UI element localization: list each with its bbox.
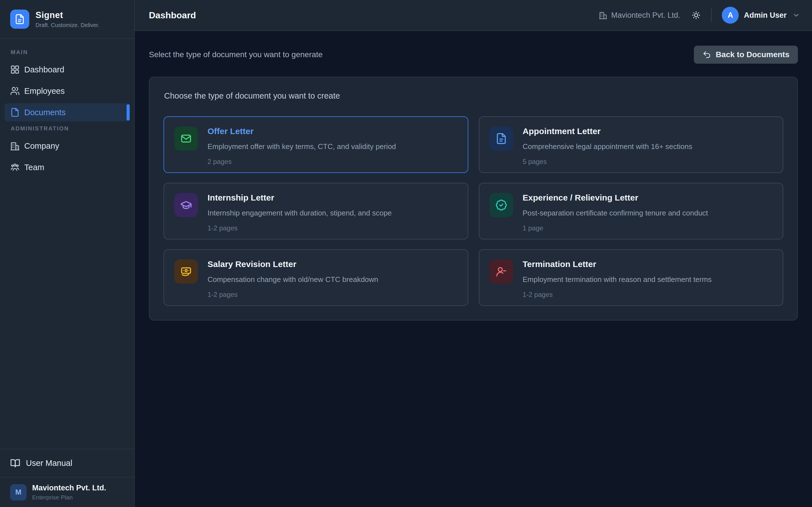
document-type-grid: Offer Letter Employment offer with key t… xyxy=(163,116,783,306)
card-title: Salary Revision Letter xyxy=(207,260,378,269)
banknote-icon xyxy=(174,260,198,284)
users-icon xyxy=(10,86,20,96)
sidebar-item-dashboard[interactable]: Dashboard xyxy=(4,61,130,78)
card-experience-relieving-letter[interactable]: Experience / Relieving Letter Post-separ… xyxy=(479,183,783,239)
header-org-name: Maviontech Pvt. Ltd. xyxy=(611,11,680,20)
signet-logo-icon xyxy=(10,10,29,29)
page-subtitle: Select the type of document you want to … xyxy=(149,50,322,59)
card-offer-letter[interactable]: Offer Letter Employment offer with key t… xyxy=(163,116,468,173)
card-appointment-letter[interactable]: Appointment Letter Comprehensive legal a… xyxy=(479,116,783,173)
app-tagline: Draft. Customize. Deliver. xyxy=(36,22,100,29)
card-title: Appointment Letter xyxy=(523,126,693,136)
sidebar: Signet Draft. Customize. Deliver. MAIN D… xyxy=(0,0,135,507)
user-manual-link[interactable]: User Manual xyxy=(0,449,134,477)
sidebar-item-label: Documents xyxy=(24,108,66,117)
card-title: Termination Letter xyxy=(523,260,712,269)
sidebar-item-label: Company xyxy=(24,142,59,151)
building-icon xyxy=(599,11,607,19)
header-divider xyxy=(711,8,712,22)
header-org: Maviontech Pvt. Ltd. xyxy=(599,11,680,20)
sun-icon xyxy=(691,10,701,20)
card-pages: 1 page xyxy=(523,224,708,232)
undo-arrow-icon xyxy=(702,50,711,59)
back-button-label: Back to Documents xyxy=(716,50,790,59)
card-description: Internship engagement with duration, sti… xyxy=(207,209,392,217)
chevron-down-icon xyxy=(792,11,800,19)
content-area: Dashboard Maviontech Pvt. Ltd. xyxy=(135,0,812,507)
graduation-cap-icon xyxy=(174,193,198,217)
org-avatar: M xyxy=(10,484,27,501)
card-internship-letter[interactable]: Internship Letter Internship engagement … xyxy=(163,183,468,239)
org-card[interactable]: M Maviontech Pvt. Ltd. Enterprise Plan xyxy=(0,477,134,507)
sidebar-item-label: Team xyxy=(24,163,44,172)
card-description: Employment offer with key terms, CTC, an… xyxy=(207,142,396,151)
file-text-icon xyxy=(490,126,513,151)
card-pages: 1-2 pages xyxy=(207,224,392,232)
card-description: Compensation change with old/new CTC bre… xyxy=(207,275,378,284)
mail-icon xyxy=(174,126,198,151)
card-salary-revision-letter[interactable]: Salary Revision Letter Compensation chan… xyxy=(163,249,468,306)
app-logo: Signet Draft. Customize. Deliver. xyxy=(0,0,134,39)
card-title: Experience / Relieving Letter xyxy=(523,193,708,203)
card-pages: 5 pages xyxy=(523,158,693,166)
file-icon xyxy=(10,108,20,117)
book-open-icon xyxy=(10,458,20,468)
card-description: Post-separation certificate confirming t… xyxy=(523,209,708,217)
nav-section-main: MAIN xyxy=(4,49,130,55)
user-menu[interactable]: A Admin User xyxy=(722,7,800,24)
user-minus-icon xyxy=(490,260,513,284)
card-description: Comprehensive legal appointment with 16+… xyxy=(523,142,693,151)
theme-toggle-button[interactable] xyxy=(691,10,701,20)
sidebar-item-label: Employees xyxy=(24,87,64,96)
page-title: Dashboard xyxy=(149,10,196,20)
card-title: Offer Letter xyxy=(207,126,396,136)
sidebar-item-employees[interactable]: Employees xyxy=(4,82,130,100)
nav-section-administration: ADMINISTRATION xyxy=(4,125,130,132)
sidebar-item-company[interactable]: Company xyxy=(4,137,130,155)
org-name: Maviontech Pvt. Ltd. xyxy=(32,484,106,492)
top-header: Dashboard Maviontech Pvt. Ltd. xyxy=(135,0,812,31)
user-name: Admin User xyxy=(744,11,786,20)
grid-icon xyxy=(10,65,20,74)
document-type-panel: Choose the type of document you want to … xyxy=(149,76,798,321)
sidebar-item-team[interactable]: Team xyxy=(4,158,130,176)
badge-check-icon xyxy=(490,193,513,217)
org-plan-badge: Enterprise Plan xyxy=(32,494,106,501)
sidebar-nav: MAIN Dashboard Employees xyxy=(0,39,134,449)
card-title: Internship Letter xyxy=(207,193,392,203)
card-pages: 2 pages xyxy=(207,158,396,166)
user-avatar: A xyxy=(722,7,739,24)
card-termination-letter[interactable]: Termination Letter Employment terminatio… xyxy=(479,249,783,306)
card-pages: 1-2 pages xyxy=(523,291,712,298)
user-manual-label: User Manual xyxy=(26,459,72,468)
back-to-documents-button[interactable]: Back to Documents xyxy=(694,46,798,64)
main-content: Select the type of document you want to … xyxy=(135,31,812,507)
app-name: Signet xyxy=(36,10,100,20)
card-description: Employment termination with reason and s… xyxy=(523,275,712,284)
building-icon xyxy=(10,141,20,151)
panel-title: Choose the type of document you want to … xyxy=(164,91,783,101)
team-icon xyxy=(10,163,20,172)
card-pages: 1-2 pages xyxy=(207,291,378,298)
sidebar-item-label: Dashboard xyxy=(24,65,64,74)
sidebar-item-documents[interactable]: Documents xyxy=(4,103,130,121)
